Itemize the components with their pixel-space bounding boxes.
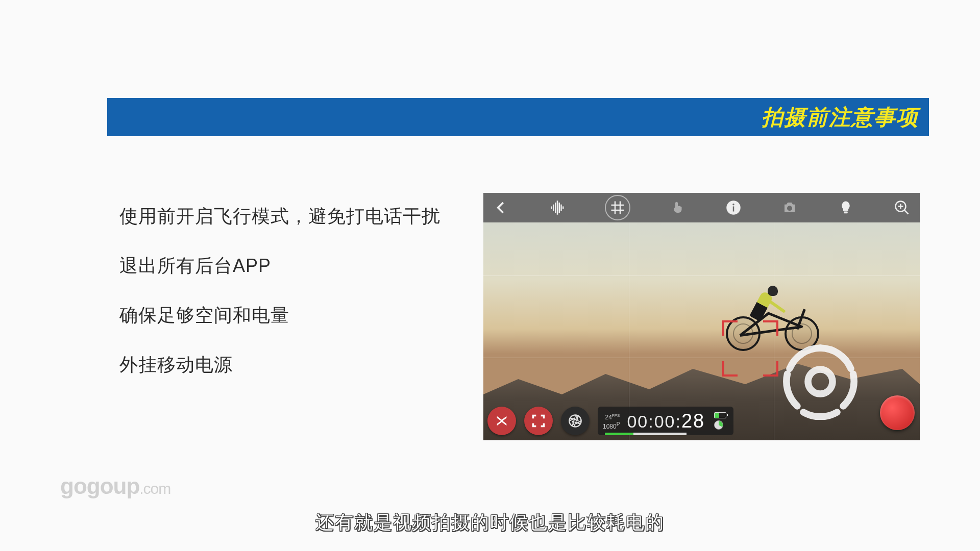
fps-value: 24 [605,414,611,421]
status-indicators [714,412,726,430]
fps-unit: FPS [612,413,620,418]
svg-rect-2 [555,203,556,213]
spec-readout: 24FPS 1080P [603,412,620,430]
aperture-button[interactable] [561,407,590,435]
svg-point-23 [808,369,832,394]
rider-head [768,286,778,296]
resolution-unit: P [617,421,620,427]
gesture-icon[interactable] [669,199,687,216]
svg-line-19 [904,210,909,214]
grid-line [483,276,920,276]
timer-prefix: 00:00: [627,412,681,431]
camera-icon[interactable] [781,199,798,216]
progress-strip [605,433,687,435]
camera-top-toolbar [483,193,920,222]
camera-app: 24FPS 1080P 00:00:28 [483,193,920,440]
watermark-suffix: .com [139,480,170,497]
bullet-item: 外挂移动电源 [119,353,440,378]
svg-rect-6 [562,207,564,209]
banner-title: 拍摄前注意事项 [762,103,919,132]
subtitle: 还有就是视频拍摄的时候也是比较耗电的 [315,510,665,535]
light-icon[interactable] [837,199,854,216]
aperture-shutter-icon[interactable] [782,343,859,420]
svg-marker-21 [497,420,507,426]
audio-waveform-icon[interactable] [549,199,566,216]
bullet-item: 使用前开启飞行模式，避免打电话干扰 [119,204,440,229]
battery-icon [714,412,726,418]
svg-rect-5 [560,205,562,211]
bullet-list: 使用前开启飞行模式，避免打电话干扰 退出所有后台APP 确保足够空间和电量 外挂… [119,204,440,402]
svg-point-13 [733,204,735,206]
svg-rect-12 [733,207,734,212]
grid-icon[interactable] [605,195,630,220]
svg-point-22 [569,415,581,427]
bullet-item: 确保足够空间和电量 [119,303,440,328]
zoom-in-icon[interactable] [893,199,911,216]
svg-rect-1 [553,205,554,211]
svg-rect-3 [557,201,558,215]
camera-bottom-toolbar: 24FPS 1080P 00:00:28 [487,407,733,435]
info-icon[interactable] [725,199,742,216]
svg-rect-15 [844,212,848,214]
svg-rect-0 [551,207,552,209]
timer-seconds: 28 [681,410,705,432]
back-icon[interactable] [493,199,510,216]
watermark: gogoup.com [60,473,170,499]
svg-point-14 [787,206,792,211]
record-button[interactable] [880,395,915,430]
storage-icon [714,420,723,430]
watermark-brand: gogoup [60,473,139,498]
svg-rect-4 [558,203,560,213]
frame-button[interactable] [524,407,553,435]
mode-button[interactable] [487,407,516,435]
grid-line [629,193,629,440]
bullet-item: 退出所有后台APP [119,254,440,279]
banner: 拍摄前注意事项 [107,98,929,136]
timer: 00:00:28 [627,410,705,432]
focus-indicator [722,320,778,377]
slide: 拍摄前注意事项 使用前开启飞行模式，避免打电话干扰 退出所有后台APP 确保足够… [0,0,980,551]
timer-panel: 24FPS 1080P 00:00:28 [598,407,733,435]
resolution-value: 1080 [603,423,617,430]
